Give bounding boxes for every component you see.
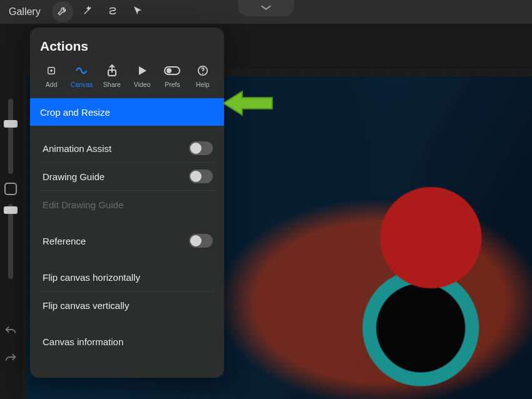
tab-video[interactable]: Video — [127, 63, 157, 89]
wand-icon — [82, 5, 93, 19]
toggle-drawing-guide[interactable] — [189, 169, 213, 183]
left-sidebar — [0, 24, 21, 399]
adjustments-button[interactable] — [77, 1, 98, 23]
menu-label: Flip canvas vertically — [43, 300, 129, 311]
panel-title: Actions — [33, 38, 222, 63]
menu-label: Edit Drawing Guide — [43, 200, 123, 210]
cursor-icon — [132, 5, 143, 19]
top-toolbar: Gallery — [0, 0, 532, 24]
svg-point-3 — [166, 68, 171, 73]
menu-crop-resize[interactable]: Crop and Resize — [30, 98, 224, 126]
menu-label: Canvas information — [43, 336, 123, 347]
tab-canvas[interactable]: Canvas — [66, 63, 96, 89]
menu-label: Crop and Resize — [40, 107, 110, 118]
wrench-icon — [57, 5, 68, 19]
share-icon — [107, 64, 117, 78]
menu-animation-assist[interactable]: Animation Assist — [33, 134, 222, 162]
actions-button[interactable] — [52, 1, 73, 23]
slider-thumb[interactable] — [4, 206, 18, 214]
toggle-animation-assist[interactable] — [189, 141, 213, 155]
menu-list: Crop and Resize Animation Assist Drawing… — [33, 94, 222, 355]
tab-add[interactable]: Add — [36, 63, 66, 89]
tab-label: Help — [196, 81, 210, 88]
menu-label: Animation Assist — [43, 143, 111, 154]
tab-prefs[interactable]: Prefs — [157, 63, 187, 89]
brush-size-slider[interactable] — [8, 99, 13, 174]
menu-label: Reference — [43, 236, 86, 246]
menu-label: Flip canvas horizontally — [43, 272, 140, 283]
prefs-icon — [164, 64, 180, 78]
panel-tabs: Add Canvas Share Video Prefs — [33, 63, 222, 94]
menu-drawing-guide[interactable]: Drawing Guide — [33, 163, 222, 190]
tab-label: Canvas — [71, 81, 93, 88]
menu-reference[interactable]: Reference — [33, 227, 222, 255]
toolbar-pull-tab[interactable] — [238, 0, 294, 16]
chevron-down-icon — [259, 3, 273, 14]
menu-canvas-information[interactable]: Canvas information — [33, 328, 222, 355]
tab-label: Video — [134, 81, 151, 88]
modify-button[interactable] — [4, 183, 17, 195]
menu-flip-vertical[interactable]: Flip canvas vertically — [33, 291, 222, 319]
canvas-icon — [74, 64, 88, 78]
menu-edit-drawing-guide: Edit Drawing Guide — [33, 191, 222, 218]
slider-thumb[interactable] — [4, 120, 18, 128]
play-icon — [137, 64, 147, 78]
actions-panel: Actions Add Canvas Share Video — [30, 28, 224, 378]
tab-label: Prefs — [165, 81, 180, 88]
selection-button[interactable] — [102, 1, 123, 23]
add-icon — [46, 64, 57, 78]
gallery-link[interactable]: Gallery — [5, 4, 44, 20]
menu-flip-horizontal[interactable]: Flip canvas horizontally — [33, 263, 222, 291]
tab-share[interactable]: Share — [97, 63, 127, 89]
tab-label: Share — [103, 81, 121, 88]
tab-help[interactable]: Help — [188, 63, 218, 89]
transform-button[interactable] — [127, 1, 148, 23]
help-icon — [197, 64, 208, 78]
tab-label: Add — [46, 81, 58, 88]
menu-label: Drawing Guide — [43, 171, 105, 182]
svg-point-5 — [202, 73, 203, 74]
selection-icon — [107, 5, 118, 19]
toggle-reference[interactable] — [189, 234, 213, 248]
opacity-slider[interactable] — [8, 204, 13, 279]
